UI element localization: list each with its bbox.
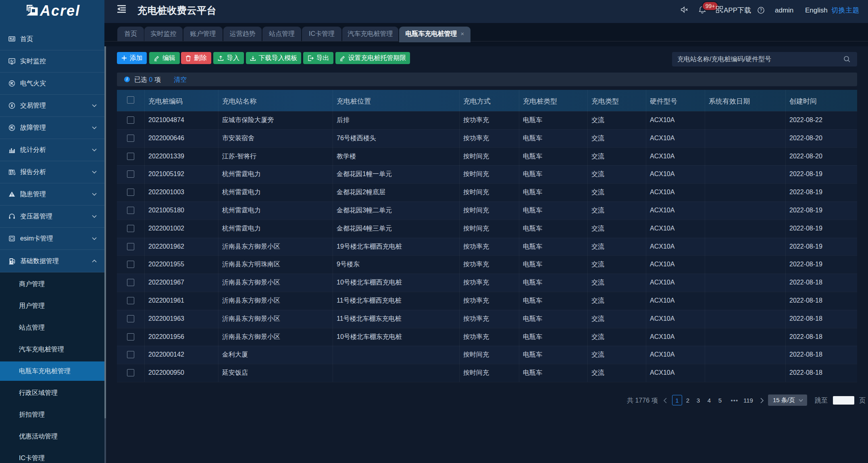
svg-text:?: ? bbox=[760, 8, 762, 12]
